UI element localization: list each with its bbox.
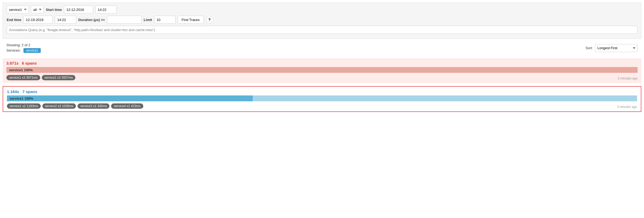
span-select[interactable]: all [31, 6, 44, 14]
trace-2-header: 1.184s 7 spans [7, 89, 637, 94]
results-summary: Showing: 2 of 2 Services: service1 Sort:… [3, 41, 641, 54]
end-time-input[interactable] [55, 16, 76, 24]
trace-card-1[interactable]: 3.871s 6 spans service1 100% service1 x3… [3, 58, 641, 83]
trace-2-tag-3: service4 x1 423ms [111, 103, 143, 109]
trace-1-bar-container: service1 100% [6, 67, 638, 73]
showing-text: Showing: 2 of 2 [6, 43, 41, 47]
trace-1-header: 3.871s 6 spans [6, 61, 638, 65]
duration-input[interactable] [107, 16, 142, 24]
trace-2-timeago: 3 minutes ago [617, 105, 637, 109]
find-traces-button[interactable]: Find Traces [178, 16, 204, 24]
annotations-row [7, 26, 637, 34]
end-date-input[interactable] [23, 16, 53, 24]
trace-card-2[interactable]: 1.184s 7 spans service1 100% service1 x2… [3, 86, 641, 112]
services-label: Services: [6, 48, 21, 52]
traces-container: 3.871s 6 spans service1 100% service1 x3… [3, 58, 641, 112]
trace-2-tag-0: service1 x2 1183ms [7, 103, 41, 109]
sort-row: Sort: Longest First Shortest First Newes… [586, 44, 638, 52]
search-row-2: End time Duration (μs) >= Limit Find Tra… [7, 16, 637, 24]
trace-1-timeago: 3 minutes ago [618, 77, 638, 80]
service-select[interactable]: service1 service2 service3 [7, 6, 29, 14]
trace-1-duration: 3.871s [6, 61, 19, 65]
limit-input[interactable] [154, 16, 176, 24]
trace-2-spans: 7 spans [22, 89, 37, 94]
trace-1-spans: 6 spans [22, 61, 37, 65]
trace-1-time: 3 minutes ago [618, 76, 638, 80]
help-button[interactable]: ? [206, 16, 213, 23]
limit-label: Limit [144, 18, 152, 22]
trace-1-tag-0: service1 x3 3871ms [6, 75, 40, 80]
trace-2-tag-1: service2 x3 1036ms [42, 103, 76, 109]
service-badge[interactable]: service1 [23, 48, 41, 53]
trace-2-bar-container: service1 100% [7, 95, 637, 101]
trace-2-bar-inner: service1 100% [7, 95, 253, 101]
trace-2-duration: 1.184s [7, 89, 19, 94]
trace-2-bar-label: service1 100% [10, 97, 33, 100]
sort-select[interactable]: Longest First Shortest First Newest Firs… [595, 44, 638, 52]
start-time-input[interactable] [95, 6, 117, 14]
services-row: Services: service1 [6, 48, 41, 53]
end-time-label: End time [7, 18, 21, 22]
search-row-1: service1 service2 service3 all Start tim… [7, 6, 637, 14]
sort-label: Sort: [586, 46, 593, 50]
trace-1-tag-1: service2 x3 3557ms [42, 75, 76, 80]
trace-2-tags: service1 x2 1183ms service2 x3 1036ms se… [7, 103, 143, 109]
duration-label: Duration (μs) >= [78, 18, 105, 22]
trace-2-time: 3 minutes ago [617, 104, 637, 109]
start-date-input[interactable] [64, 6, 93, 14]
trace-1-footer-row: service1 x3 3871ms service2 x3 3557ms 3 … [6, 75, 638, 80]
trace-1-tags: service1 x3 3871ms service2 x3 3557ms [6, 75, 75, 80]
trace-2-tag-2: service3 x1 345ms [78, 103, 109, 109]
showing-left: Showing: 2 of 2 Services: service1 [6, 43, 41, 53]
trace-2-footer-row: service1 x2 1183ms service2 x3 1036ms se… [7, 103, 637, 109]
annotations-input[interactable] [7, 26, 637, 34]
start-time-label: Start time [46, 8, 62, 12]
trace-1-bar-label: service1 100% [9, 68, 33, 72]
search-panel: service1 service2 service3 all Start tim… [3, 3, 641, 39]
trace-1-bar: service1 100% [6, 67, 638, 73]
